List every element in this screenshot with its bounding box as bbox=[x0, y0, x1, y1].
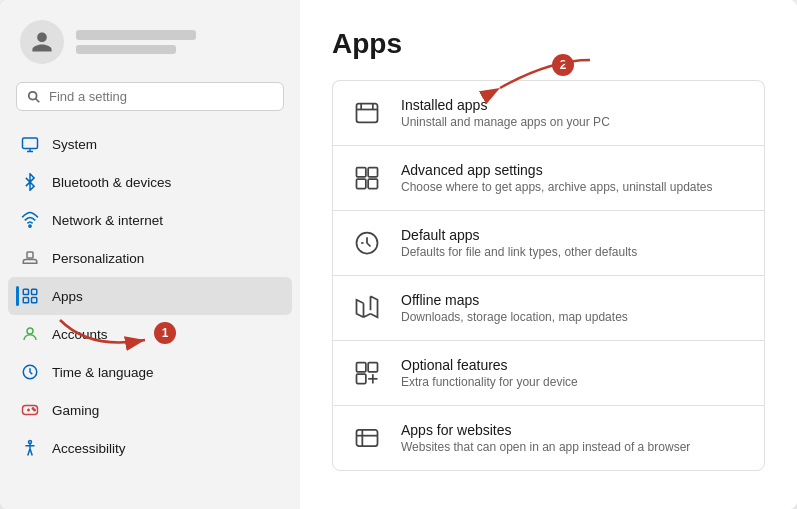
sidebar-item-system-label: System bbox=[52, 137, 97, 152]
installed-apps-title: Installed apps bbox=[401, 97, 610, 113]
profile-name bbox=[76, 30, 196, 40]
installed-apps-desc: Uninstall and manage apps on your PC bbox=[401, 115, 610, 129]
installed-apps-text: Installed apps Uninstall and manage apps… bbox=[401, 97, 610, 129]
sidebar-item-accounts[interactable]: Accounts bbox=[8, 315, 292, 353]
sidebar-item-apps[interactable]: Apps bbox=[8, 277, 292, 315]
apps-websites-icon bbox=[349, 420, 385, 456]
offline-maps-text: Offline maps Downloads, storage location… bbox=[401, 292, 628, 324]
sidebar-item-time-label: Time & language bbox=[52, 365, 154, 380]
svg-rect-30 bbox=[368, 179, 377, 188]
advanced-apps-desc: Choose where to get apps, archive apps, … bbox=[401, 180, 713, 194]
avatar bbox=[20, 20, 64, 64]
svg-point-11 bbox=[27, 328, 33, 334]
advanced-apps-title: Advanced app settings bbox=[401, 162, 713, 178]
svg-line-1 bbox=[36, 98, 40, 102]
main-content: Apps Installed apps Uninstall and manage… bbox=[300, 0, 797, 509]
optional-features-desc: Extra functionality for your device bbox=[401, 375, 578, 389]
sidebar-item-personalization[interactable]: Personalization bbox=[8, 239, 292, 277]
annotation-badge-1: 1 bbox=[154, 322, 176, 344]
settings-window: System Bluetooth & devices Network & bbox=[0, 0, 797, 509]
profile-info bbox=[76, 30, 196, 54]
apps-websites-desc: Websites that can open in an app instead… bbox=[401, 440, 690, 454]
svg-rect-10 bbox=[32, 298, 37, 303]
advanced-apps-icon bbox=[349, 160, 385, 196]
settings-item-advanced[interactable]: Advanced app settings Choose where to ge… bbox=[332, 145, 765, 210]
accessibility-icon bbox=[20, 438, 40, 458]
svg-rect-9 bbox=[23, 298, 28, 303]
svg-point-18 bbox=[29, 441, 32, 444]
personalization-icon bbox=[20, 248, 40, 268]
svg-point-5 bbox=[29, 225, 31, 227]
svg-rect-29 bbox=[357, 179, 366, 188]
svg-rect-33 bbox=[368, 363, 377, 372]
gaming-icon bbox=[20, 400, 40, 420]
offline-maps-icon bbox=[349, 290, 385, 326]
bluetooth-icon bbox=[20, 172, 40, 192]
sidebar-item-time[interactable]: Time & language bbox=[8, 353, 292, 391]
sidebar-item-system[interactable]: System bbox=[8, 125, 292, 163]
nav-list: System Bluetooth & devices Network & bbox=[0, 121, 300, 471]
svg-line-22 bbox=[30, 449, 32, 456]
search-icon bbox=[27, 90, 41, 104]
search-box[interactable] bbox=[16, 82, 284, 111]
default-apps-icon bbox=[349, 225, 385, 261]
sidebar-item-network[interactable]: Network & internet bbox=[8, 201, 292, 239]
system-icon bbox=[20, 134, 40, 154]
profile-section[interactable] bbox=[0, 0, 300, 78]
sidebar-item-accessibility[interactable]: Accessibility bbox=[8, 429, 292, 467]
settings-item-optional-features[interactable]: Optional features Extra functionality fo… bbox=[332, 340, 765, 405]
page-title: Apps bbox=[332, 28, 765, 60]
time-icon bbox=[20, 362, 40, 382]
default-apps-text: Default apps Defaults for file and link … bbox=[401, 227, 637, 259]
sidebar-item-gaming-label: Gaming bbox=[52, 403, 99, 418]
offline-maps-title: Offline maps bbox=[401, 292, 628, 308]
default-apps-desc: Defaults for file and link types, other … bbox=[401, 245, 637, 259]
optional-features-title: Optional features bbox=[401, 357, 578, 373]
apps-icon bbox=[20, 286, 40, 306]
sidebar-item-accounts-label: Accounts bbox=[52, 327, 108, 342]
svg-point-17 bbox=[34, 409, 36, 411]
svg-rect-27 bbox=[357, 168, 366, 177]
settings-item-apps-websites[interactable]: Apps for websites Websites that can open… bbox=[332, 405, 765, 471]
sidebar-item-personalization-label: Personalization bbox=[52, 251, 144, 266]
sidebar-item-gaming[interactable]: Gaming bbox=[8, 391, 292, 429]
advanced-apps-text: Advanced app settings Choose where to ge… bbox=[401, 162, 713, 194]
sidebar-item-accessibility-label: Accessibility bbox=[52, 441, 126, 456]
optional-features-icon bbox=[349, 355, 385, 391]
offline-maps-desc: Downloads, storage location, map updates bbox=[401, 310, 628, 324]
profile-email bbox=[76, 45, 176, 54]
settings-item-offline-maps[interactable]: Offline maps Downloads, storage location… bbox=[332, 275, 765, 340]
apps-websites-title: Apps for websites bbox=[401, 422, 690, 438]
accounts-icon bbox=[20, 324, 40, 344]
installed-apps-icon bbox=[349, 95, 385, 131]
svg-rect-23 bbox=[357, 104, 378, 123]
annotation-badge-2: 2 bbox=[552, 54, 574, 76]
settings-item-installed-apps[interactable]: Installed apps Uninstall and manage apps… bbox=[332, 80, 765, 145]
sidebar-item-network-label: Network & internet bbox=[52, 213, 163, 228]
sidebar-item-bluetooth[interactable]: Bluetooth & devices bbox=[8, 163, 292, 201]
svg-rect-7 bbox=[23, 289, 28, 294]
sidebar: System Bluetooth & devices Network & bbox=[0, 0, 300, 509]
svg-rect-6 bbox=[27, 252, 33, 258]
svg-rect-34 bbox=[357, 374, 366, 383]
network-icon bbox=[20, 210, 40, 230]
sidebar-item-bluetooth-label: Bluetooth & devices bbox=[52, 175, 171, 190]
svg-rect-37 bbox=[357, 430, 378, 446]
default-apps-title: Default apps bbox=[401, 227, 637, 243]
svg-rect-28 bbox=[368, 168, 377, 177]
apps-websites-text: Apps for websites Websites that can open… bbox=[401, 422, 690, 454]
settings-item-default-apps[interactable]: Default apps Defaults for file and link … bbox=[332, 210, 765, 275]
user-icon bbox=[30, 30, 54, 54]
settings-list: Installed apps Uninstall and manage apps… bbox=[332, 80, 765, 471]
svg-rect-2 bbox=[23, 138, 38, 149]
sidebar-item-apps-label: Apps bbox=[52, 289, 83, 304]
svg-point-0 bbox=[29, 91, 37, 99]
optional-features-text: Optional features Extra functionality fo… bbox=[401, 357, 578, 389]
search-input[interactable] bbox=[49, 89, 273, 104]
svg-rect-32 bbox=[357, 363, 366, 372]
svg-rect-8 bbox=[32, 289, 37, 294]
